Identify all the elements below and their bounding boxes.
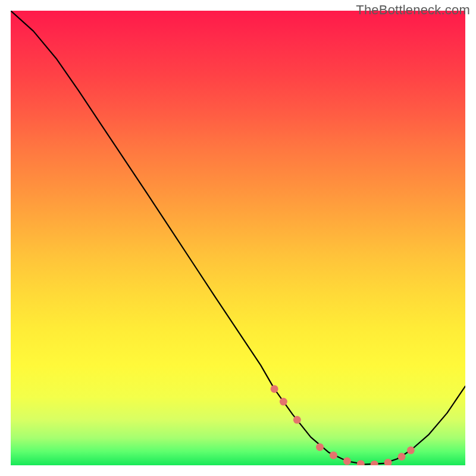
curve-marker bbox=[280, 398, 287, 406]
bottleneck-curve bbox=[11, 11, 465, 464]
curve-marker bbox=[357, 460, 365, 465]
chart-container: TheBottleneck.com bbox=[0, 0, 476, 476]
curve-marker bbox=[407, 446, 415, 454]
plot-area bbox=[11, 11, 465, 465]
curve-marker bbox=[384, 459, 392, 465]
curve-marker bbox=[371, 461, 378, 465]
curve-marker bbox=[343, 458, 351, 465]
curve-overlay bbox=[11, 11, 465, 465]
curve-marker bbox=[398, 453, 406, 461]
curve-marker bbox=[293, 416, 301, 424]
watermark-text: TheBottleneck.com bbox=[356, 2, 470, 18]
curve-marker bbox=[330, 452, 337, 459]
curve-marker bbox=[316, 443, 324, 451]
curve-marker bbox=[271, 385, 278, 393]
marker-group bbox=[271, 385, 415, 465]
